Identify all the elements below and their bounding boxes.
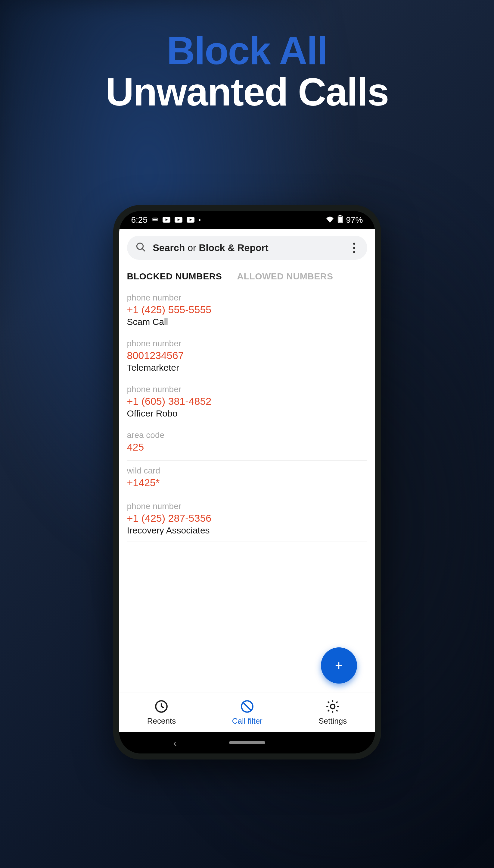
svg-line-12 [142, 249, 145, 251]
list-item[interactable]: phone number 8001234567 Telemarketer [127, 333, 367, 379]
youtube-icon [163, 215, 170, 225]
home-pill[interactable] [229, 741, 265, 744]
add-button[interactable]: + [321, 647, 357, 684]
svg-point-16 [330, 704, 335, 709]
svg-line-15 [243, 702, 251, 710]
list-item[interactable]: phone number +1 (605) 381-4852 Officer R… [127, 379, 367, 425]
battery-icon [338, 215, 343, 225]
nav-label: Call filter [232, 717, 263, 726]
entry-value: 8001234567 [127, 350, 367, 361]
status-bar: 6:25 [119, 211, 375, 229]
back-icon[interactable]: ‹ [173, 737, 177, 749]
entry-type: phone number [127, 502, 367, 511]
entry-name: Irecovery Associates [127, 525, 367, 536]
status-battery: 97% [346, 215, 363, 225]
gear-icon [325, 699, 340, 715]
blocked-list: phone number +1 (425) 555-5555 Scam Call… [119, 288, 375, 542]
entry-type: phone number [127, 384, 367, 394]
bottom-nav: Recents Call filter Settings [119, 692, 375, 732]
svg-rect-9 [340, 215, 341, 216]
youtube-icon [175, 215, 183, 225]
search-icon [135, 242, 146, 254]
hero-title: Block All Unwanted Calls [0, 30, 494, 112]
youtube-icon [187, 215, 194, 225]
list-item[interactable]: phone number +1 (425) 555-5555 Scam Call [127, 288, 367, 333]
entry-value: +1425* [127, 477, 367, 489]
list-item[interactable]: wild card +1425* [127, 460, 367, 496]
entry-value: +1 (425) 287-5356 [127, 512, 367, 524]
notification-dot [199, 219, 201, 221]
nav-label: Settings [319, 717, 347, 726]
tabs: BLOCKED NUMBERS ALLOWED NUMBERS [119, 264, 375, 288]
nav-call-filter[interactable]: Call filter [232, 699, 263, 726]
wifi-icon [325, 215, 335, 225]
entry-value: +1 (425) 555-5555 [127, 304, 367, 315]
block-icon [240, 699, 255, 715]
entry-name: Officer Robo [127, 409, 367, 419]
status-time: 6:25 [131, 215, 148, 225]
nav-recents[interactable]: Recents [147, 699, 176, 726]
entry-type: phone number [127, 293, 367, 303]
svg-rect-10 [339, 217, 342, 222]
notification-icon [152, 215, 158, 225]
entry-type: area code [127, 430, 367, 440]
entry-name: Scam Call [127, 317, 367, 327]
entry-value: 425 [127, 441, 367, 453]
svg-point-11 [137, 243, 143, 250]
list-item[interactable]: phone number +1 (425) 287-5356 Irecovery… [127, 496, 367, 542]
tab-allowed-numbers[interactable]: ALLOWED NUMBERS [237, 271, 333, 282]
hero-line1: Block All [0, 30, 494, 71]
phone-screen: 6:25 [119, 211, 375, 754]
hero-line2: Unwanted Calls [0, 71, 494, 113]
overflow-menu-icon[interactable] [350, 242, 359, 253]
entry-type: wild card [127, 466, 367, 475]
tab-blocked-numbers[interactable]: BLOCKED NUMBERS [127, 271, 222, 282]
entry-value: +1 (605) 381-4852 [127, 395, 367, 407]
system-nav: ‹ [119, 732, 375, 754]
search-box[interactable]: Search or Block & Report [127, 236, 367, 260]
nav-label: Recents [147, 717, 176, 726]
entry-name: Telemarketer [127, 363, 367, 373]
entry-type: phone number [127, 339, 367, 348]
phone-frame: 6:25 [113, 205, 381, 759]
list-item[interactable]: area code 425 [127, 425, 367, 460]
clock-icon [154, 699, 169, 715]
search-placeholder: Search or Block & Report [153, 242, 343, 253]
nav-settings[interactable]: Settings [319, 699, 347, 726]
plus-icon: + [335, 658, 343, 673]
